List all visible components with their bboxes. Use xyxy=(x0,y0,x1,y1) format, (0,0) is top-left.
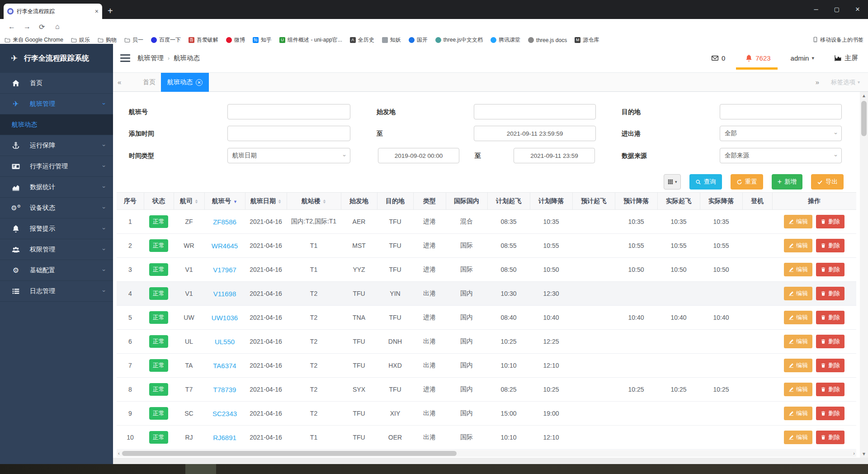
sidebar-item-permissions[interactable]: 权限管理› xyxy=(0,239,113,260)
breadcrumb-flight-dynamics[interactable]: 航班动态 xyxy=(174,54,200,62)
mobile-bookmarks[interactable]: 移动设备上的书签 xyxy=(812,36,863,44)
delete-button[interactable]: 删除 xyxy=(816,215,844,228)
time-type-select[interactable]: 航班日期› xyxy=(227,148,350,163)
flight-no-link[interactable]: UL550 xyxy=(215,338,235,346)
bookmark-item[interactable]: 贝一 xyxy=(124,36,143,44)
new-tab-button[interactable]: + xyxy=(108,5,113,17)
flight-no-link[interactable]: RJ6891 xyxy=(213,434,236,441)
bookmark-item[interactable]: three.js docs xyxy=(528,37,567,43)
flight-no-link[interactable]: V11698 xyxy=(213,290,236,298)
delete-button[interactable]: 删除 xyxy=(816,407,844,420)
add-button[interactable]: + 新增 xyxy=(772,174,802,190)
delete-button[interactable]: 删除 xyxy=(816,287,844,300)
sidebar-subitem-flight-dynamics[interactable]: 航班动态 xyxy=(0,114,113,135)
home-icon[interactable]: ⌂ xyxy=(55,23,60,31)
bookmark-item[interactable]: 来自 Google Chrome xyxy=(5,36,63,44)
delete-button[interactable]: 删除 xyxy=(816,239,844,252)
edit-button[interactable]: 编辑 xyxy=(784,239,812,252)
sidebar-item-ops-support[interactable]: 运行保障› xyxy=(0,135,113,156)
bookmark-item[interactable]: 娱乐 xyxy=(71,36,90,44)
columns-toggle-button[interactable]: ▾ xyxy=(664,174,681,190)
tab-close-icon[interactable]: × xyxy=(95,8,99,15)
minimize-button[interactable]: ─ xyxy=(806,0,826,19)
breadcrumb-flight-mgmt[interactable]: 航班管理 xyxy=(137,54,164,62)
bookmark-item[interactable]: A全历史 xyxy=(350,36,374,44)
column-header[interactable]: 航司▲▼ xyxy=(174,193,204,210)
flight-no-link[interactable]: SC2343 xyxy=(212,410,237,417)
flight-no-link[interactable]: TA6374 xyxy=(213,362,236,370)
flight-no-link[interactable]: V17967 xyxy=(213,266,236,274)
scroll-left-icon[interactable]: ‹ xyxy=(118,450,120,457)
inout-select[interactable]: 全部› xyxy=(720,126,842,141)
sort-icons[interactable]: ▲▼ xyxy=(278,199,281,204)
dest-input[interactable] xyxy=(720,104,842,119)
scroll-right-icon[interactable]: › xyxy=(853,450,855,457)
bookmark-item[interactable]: 知知乎 xyxy=(253,36,272,44)
sidebar-item-flight-mgmt[interactable]: ✈航班管理› xyxy=(0,94,113,114)
edit-button[interactable]: 编辑 xyxy=(784,287,812,300)
sort-icons[interactable]: ▲▼ xyxy=(323,199,326,204)
flight-no-link[interactable]: T78739 xyxy=(213,386,236,393)
bookmark-item[interactable]: 腾讯课堂 xyxy=(491,36,520,44)
bookmark-item[interactable]: 微博 xyxy=(226,36,245,44)
main-screen-link[interactable]: 主屏 xyxy=(834,54,858,62)
delete-button[interactable]: 删除 xyxy=(816,311,844,324)
sort-icons[interactable]: ▲▼ xyxy=(195,199,198,204)
delete-button[interactable]: 删除 xyxy=(816,431,844,444)
edit-button[interactable]: 编辑 xyxy=(784,359,812,372)
sort-desc-icon[interactable]: ▼ xyxy=(233,199,237,204)
delete-button[interactable]: 删除 xyxy=(816,359,844,372)
user-menu[interactable]: admin ▾ xyxy=(791,54,814,62)
flight-no-link[interactable]: ZF8586 xyxy=(213,218,236,226)
vertical-scroll-thumb[interactable] xyxy=(861,101,867,136)
tab-close-circle-icon[interactable]: ✕ xyxy=(196,79,203,86)
tab-options-dropdown[interactable]: 标签选项▾ xyxy=(831,73,860,91)
edit-button[interactable]: 编辑 xyxy=(784,311,812,324)
bookmark-item[interactable]: 吾吾爱破解 xyxy=(189,36,218,44)
edit-button[interactable]: 编辑 xyxy=(784,215,812,228)
query-button[interactable]: 查询 xyxy=(689,174,722,190)
mail-indicator[interactable]: 0 xyxy=(711,54,725,62)
bookmark-item[interactable]: M源仓库 xyxy=(575,36,599,44)
sidebar-item-home[interactable]: 首页 xyxy=(0,73,113,94)
maximize-button[interactable]: ▢ xyxy=(826,0,847,19)
edit-button[interactable]: 编辑 xyxy=(784,263,812,276)
back-icon[interactable]: ← xyxy=(8,23,15,31)
sidebar-item-baggage-ops[interactable]: 行李运行管理› xyxy=(0,156,113,177)
bookmark-item[interactable]: three.js中文文档 xyxy=(435,36,483,44)
tab-home[interactable]: 首页 xyxy=(134,73,165,91)
horizontal-scroll-thumb[interactable] xyxy=(122,451,457,456)
alert-indicator[interactable]: 7623 xyxy=(745,54,770,62)
delete-button[interactable]: 删除 xyxy=(816,263,844,276)
column-header[interactable]: 航站楼▲▼ xyxy=(287,193,341,210)
date-from-input[interactable] xyxy=(378,148,459,163)
edit-button[interactable]: 编辑 xyxy=(784,383,812,396)
date-to-input[interactable] xyxy=(514,148,595,163)
bookmark-item[interactable]: 国开 xyxy=(409,36,428,44)
bookmark-item[interactable]: 购物 xyxy=(98,36,117,44)
export-button[interactable]: 导出 xyxy=(811,174,844,190)
flight-no-input[interactable] xyxy=(227,104,350,119)
menu-toggle-icon[interactable] xyxy=(120,54,130,62)
tabs-scroll-right-icon[interactable]: » xyxy=(816,73,818,91)
edit-button[interactable]: 编辑 xyxy=(784,407,812,420)
delete-button[interactable]: 删除 xyxy=(816,335,844,348)
origin-input[interactable] xyxy=(474,104,596,119)
forward-icon[interactable]: → xyxy=(24,23,31,31)
scroll-up-icon[interactable]: ▲ xyxy=(860,93,868,98)
sidebar-item-base-config[interactable]: ⚙基础配置› xyxy=(0,260,113,281)
delete-button[interactable]: 删除 xyxy=(816,383,844,396)
taskbar-item[interactable] xyxy=(185,464,216,474)
sidebar-item-device-status[interactable]: ⚙⚙设备状态› xyxy=(0,198,113,218)
scroll-down-icon[interactable]: ▼ xyxy=(860,451,868,456)
add-time-end-input[interactable] xyxy=(474,126,596,141)
column-header[interactable]: 航班号▼ xyxy=(204,193,245,210)
sidebar-item-data-stats[interactable]: 数据统计› xyxy=(0,177,113,198)
sidebar-item-alarm[interactable]: 报警提示› xyxy=(0,218,113,239)
flight-no-link[interactable]: UW1036 xyxy=(212,314,238,322)
bookmark-item[interactable]: 百度一下 xyxy=(151,36,181,44)
tab-flight-dynamics[interactable]: 航班动态 ✕ xyxy=(161,73,209,92)
tabs-scroll-left-icon[interactable]: « xyxy=(118,73,120,91)
flight-no-link[interactable]: WR4645 xyxy=(212,242,238,250)
bookmark-item[interactable]: 知妖 xyxy=(382,36,401,44)
